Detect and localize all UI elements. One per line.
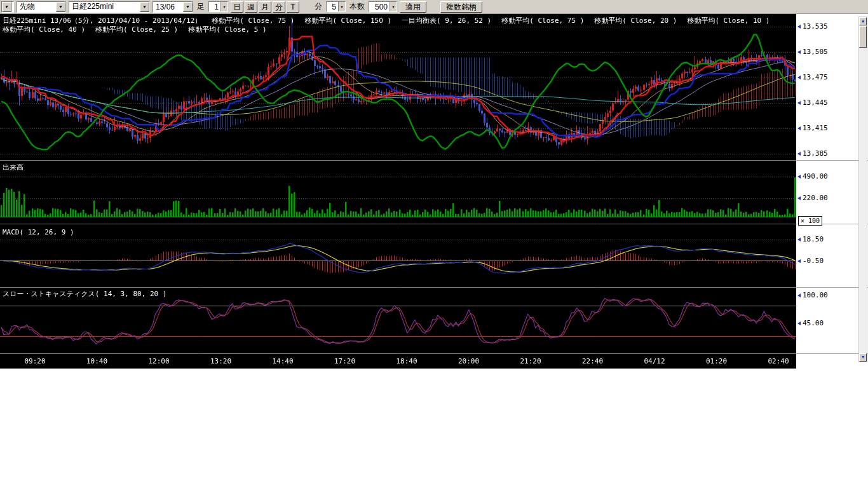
- spinner-icon[interactable]: ▾: [338, 2, 345, 11]
- chart-header-line1: 日経225mini 13/06（5分, 2013/04/10 - 2013/04…: [3, 16, 780, 25]
- period-button-week[interactable]: 週: [245, 1, 257, 13]
- period-button-minute[interactable]: 分: [273, 1, 285, 13]
- axis-tick-icon: [797, 76, 801, 79]
- minutes-label: 分: [313, 1, 323, 12]
- axis-tick-icon: [797, 175, 801, 179]
- indicator-label: 移動平均( Close, 10 ): [687, 17, 770, 25]
- minutes-input[interactable]: 5 ▾: [326, 1, 346, 12]
- apply-button[interactable]: 適用: [400, 1, 426, 13]
- chart-canvas[interactable]: [0, 14, 796, 369]
- indicator-label: 移動平均( Close, 25 ): [95, 25, 178, 34]
- macd-axis-label: -0.50: [797, 257, 824, 265]
- axis-tick-icon: [797, 152, 801, 156]
- price-axis-label: 13,535: [797, 22, 828, 30]
- axis-tick-icon: [797, 101, 801, 105]
- indicator-label: 移動平均( Close, 150 ): [304, 17, 391, 25]
- macd-axis-label: 18.50: [797, 235, 824, 243]
- scrollbar-down-icon[interactable]: ▼: [859, 353, 867, 362]
- axis-tick-icon: [797, 50, 801, 54]
- minutes-value: 5: [327, 2, 338, 11]
- bar-count-label: 本数: [348, 1, 366, 12]
- price-axis-label: 13,505: [797, 48, 828, 56]
- spinner-icon[interactable]: ▾: [220, 2, 227, 11]
- chevron-down-icon: ▼: [56, 2, 65, 12]
- time-axis-label: 21:20: [520, 357, 541, 365]
- timeframe-label: 足: [196, 1, 206, 12]
- bar-count-input[interactable]: 500 ▾: [369, 1, 397, 12]
- vertical-scrollbar[interactable]: ▲ ▼: [858, 17, 867, 362]
- scrollbar-thumb[interactable]: [859, 26, 867, 48]
- chart-title: 日経225mini 13/06（5分, 2013/04/10 - 2013/04…: [3, 17, 201, 25]
- menu-dropdown[interactable]: ▼: [1, 1, 14, 13]
- time-axis-label: 18:40: [396, 357, 417, 365]
- chevron-down-icon: ▼: [140, 2, 149, 12]
- period-button-day[interactable]: 日: [231, 1, 243, 13]
- time-axis-label: 12:00: [148, 357, 169, 365]
- volume-axis-label: 220.00: [797, 194, 828, 202]
- bar-count-value: 500: [369, 2, 390, 11]
- contract-month-value: 13/06: [153, 2, 183, 12]
- symbol-value: 日経225mini: [69, 2, 140, 12]
- time-axis-label: 14:40: [272, 357, 293, 365]
- time-axis-label: 01:20: [706, 357, 727, 365]
- axis-tick-icon: [797, 238, 801, 241]
- macd-panel-label: MACD( 12, 26, 9 ): [3, 228, 74, 236]
- scrollbar-up-icon[interactable]: ▲: [859, 17, 867, 25]
- volume-multiplier-badge: × 100: [798, 216, 822, 226]
- chevron-down-icon: ▼: [2, 2, 11, 12]
- price-axis-label: 13,475: [797, 73, 828, 81]
- indicator-label: 移動平均( Close, 20 ): [594, 17, 677, 25]
- stoch-axis-label: 45.00: [797, 319, 824, 327]
- axis-tick-icon: [797, 294, 801, 297]
- indicator-label: 移動平均( Close, 75 ): [212, 17, 294, 25]
- price-axis-label: 13,415: [797, 124, 828, 132]
- time-axis-label: 20:00: [458, 357, 479, 365]
- time-axis-label: 04/12: [644, 357, 665, 365]
- spinner-icon[interactable]: ▾: [390, 2, 397, 11]
- axis-tick-icon: [797, 322, 801, 325]
- time-axis-label: 22:40: [582, 357, 603, 365]
- time-axis-label: 17:20: [334, 357, 355, 365]
- panel-separator: [796, 160, 868, 161]
- time-axis-label: 02:40: [768, 357, 789, 365]
- toolbar: ▼ 先物 ▼ 日経225mini ▼ 13/06 ▼ 足 1 ▾ 日週月分T 分…: [0, 0, 868, 14]
- timeframe-value: 1: [209, 2, 220, 11]
- instrument-type-combo[interactable]: 先物 ▼: [17, 1, 66, 13]
- multi-symbol-button[interactable]: 複数銘柄: [440, 1, 482, 13]
- axis-tick-icon: [797, 196, 801, 200]
- price-axis-label: 13,445: [797, 98, 828, 107]
- time-axis-label: 09:20: [24, 357, 45, 365]
- chevron-down-icon: ▼: [183, 2, 193, 12]
- symbol-combo[interactable]: 日経225mini ▼: [69, 1, 150, 13]
- volume-panel-label: 出来高: [3, 163, 24, 172]
- axis-tick-icon: [797, 126, 801, 130]
- stoch-axis-label: 100.00: [797, 291, 828, 299]
- panel-separator: [796, 353, 868, 354]
- price-axis-label: 13,385: [797, 149, 828, 158]
- time-axis-label: 10:40: [86, 357, 107, 365]
- stoch-panel-label: スロー・ストキャスティクス( 14, 3, 80, 20 ): [3, 289, 166, 299]
- time-axis-label: 13:20: [210, 357, 231, 365]
- chart-region: 日経225mini 13/06（5分, 2013/04/10 - 2013/04…: [0, 14, 868, 369]
- period-button-month[interactable]: 月: [259, 1, 271, 13]
- indicator-label: 移動平均( Close, 5 ): [188, 25, 266, 34]
- period-button-tick[interactable]: T: [287, 1, 299, 13]
- indicator-label: 一目均衡表( 9, 26, 52 ): [402, 17, 491, 25]
- contract-month-combo[interactable]: 13/06 ▼: [153, 1, 193, 13]
- instrument-type-value: 先物: [17, 2, 56, 12]
- chart-header-line2: 移動平均( Close, 40 )移動平均( Close, 25 )移動平均( …: [3, 25, 277, 34]
- panel-separator: [796, 287, 868, 288]
- axis-tick-icon: [797, 259, 801, 263]
- axis-tick-icon: [797, 25, 801, 29]
- indicator-label: 移動平均( Close, 75 ): [501, 17, 584, 25]
- indicator-label: 移動平均( Close, 40 ): [3, 25, 85, 34]
- timeframe-input[interactable]: 1 ▾: [208, 1, 228, 12]
- volume-axis-label: 490.00: [797, 172, 828, 180]
